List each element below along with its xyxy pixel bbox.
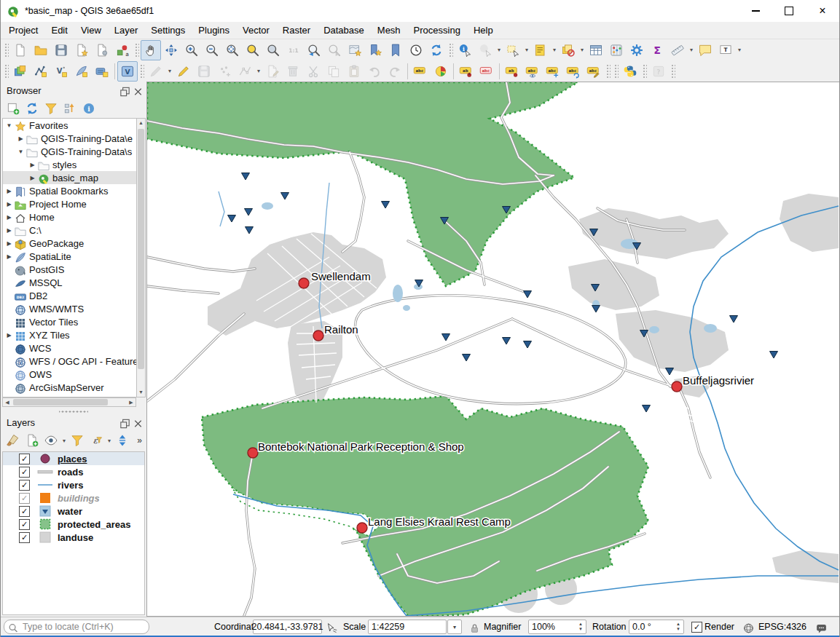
browser-item-styles[interactable]: ▶styles [3, 158, 136, 171]
browser-item-geopackage[interactable]: ▶GeoPackage [3, 237, 136, 250]
browser-item-mssql[interactable]: MSSQL [3, 276, 136, 289]
browser-item-qgis-training-data-e[interactable]: ▶QGIS-Training-Data\e [3, 132, 136, 145]
expander-open-icon[interactable]: ▼ [4, 122, 14, 129]
scale-dropdown-button[interactable]: ▾ [447, 620, 462, 634]
layer-item-rivers[interactable]: ✓rivers [3, 478, 144, 491]
new-project-button[interactable] [10, 40, 31, 60]
python-console-button[interactable] [620, 61, 640, 82]
toolbar-grip[interactable] [642, 63, 647, 79]
manage-map-themes-button[interactable] [42, 431, 60, 450]
filter-by-expression-dropdown[interactable]: ▾ [106, 438, 113, 444]
browser-properties-button[interactable]: i [79, 99, 98, 118]
toolbar-grip[interactable] [139, 63, 144, 79]
text-annotation-dropdown[interactable]: ▾ [736, 47, 743, 53]
open-project-button[interactable] [31, 40, 51, 60]
toolbar-grip[interactable] [448, 42, 453, 58]
new-shapefile-layer-button[interactable]: V [51, 61, 71, 82]
add-vector-layer-button[interactable] [31, 61, 51, 82]
menu-processing[interactable]: Processing [407, 23, 467, 38]
layer-item-buildings[interactable]: ✓buildings [3, 491, 144, 505]
move-label-button[interactable]: abc [543, 61, 563, 82]
rotation-spinbox[interactable]: 0.0 ° ▲▼ [629, 620, 684, 634]
deselect-all-button[interactable] [558, 40, 578, 60]
map-tips-button[interactable] [695, 40, 715, 60]
processing-toolbox-button[interactable] [627, 40, 647, 60]
layer-checkbox-rivers[interactable]: ✓ [19, 480, 30, 491]
expander-closed-icon[interactable]: ▶ [16, 135, 25, 142]
highlight-pinned-labels-button[interactable]: abc [476, 61, 497, 82]
scroll-left-icon[interactable]: ◀ [3, 398, 12, 406]
panel-splitter[interactable] [59, 408, 88, 414]
pin-unpin-labels-button[interactable]: ab [502, 61, 522, 82]
toolbar-grip[interactable] [134, 42, 139, 58]
browser-item-spatial-bookmarks[interactable]: ▶Spatial Bookmarks [3, 184, 136, 197]
messages-button[interactable] [815, 620, 828, 634]
select-features-button[interactable] [503, 40, 523, 60]
layer-labeling-button[interactable]: abc [410, 61, 431, 82]
layer-checkbox-roads[interactable]: ✓ [19, 467, 30, 478]
new-print-layout-button[interactable] [71, 40, 92, 60]
browser-close-button[interactable] [132, 84, 144, 96]
expander-closed-icon[interactable]: ▶ [28, 162, 37, 168]
pan-map-button[interactable] [141, 40, 161, 60]
browser-item-project-home[interactable]: ▶Project Home [3, 197, 136, 210]
browser-item-arcgismapserver[interactable]: ArcGisMapServer [3, 381, 136, 394]
minimize-button[interactable] [739, 0, 772, 22]
new-geopackage-layer-button[interactable] [92, 61, 112, 82]
scroll-down-icon[interactable]: ▼ [137, 388, 145, 397]
expander-closed-icon[interactable]: ▶ [4, 201, 14, 207]
rotate-label-button[interactable]: abc [563, 61, 584, 82]
filter-browser-button[interactable] [42, 99, 60, 118]
expander-closed-icon[interactable]: ▶ [4, 253, 14, 260]
expander-closed-icon[interactable]: ▶ [4, 188, 14, 194]
open-layer-styling-button[interactable] [4, 431, 23, 450]
render-checkbox[interactable]: ✓ [691, 620, 702, 634]
style-manager-button[interactable]: a [112, 40, 133, 60]
close-button[interactable]: × [806, 0, 839, 22]
toolbar-grip[interactable] [4, 63, 9, 79]
pan-to-selection-button[interactable] [161, 40, 181, 60]
save-project-button[interactable] [51, 40, 71, 60]
zoom-in-button[interactable] [181, 40, 202, 60]
pin-labels-button[interactable]: ab [456, 61, 476, 82]
browser-float-button[interactable] [119, 84, 130, 96]
zoom-to-layer-button[interactable] [263, 40, 283, 60]
browser-item-xyz-tiles[interactable]: ▶XYZ Tiles [3, 328, 136, 341]
new-virtual-layer-button[interactable]: V [117, 61, 138, 82]
menu-mesh[interactable]: Mesh [371, 23, 407, 38]
measure-dropdown[interactable]: ▾ [688, 47, 695, 53]
browser-item-spatialite[interactable]: ▶SpatiaLite [3, 250, 136, 263]
layer-item-places[interactable]: ✓places [3, 452, 144, 465]
refresh-map-button[interactable] [426, 40, 447, 60]
menu-help[interactable]: Help [467, 23, 500, 38]
browser-item-c-[interactable]: ▶C:\ [3, 223, 136, 237]
field-calculator-button[interactable] [606, 40, 627, 60]
browser-item-wms-wmts[interactable]: WMS/WMTS [3, 302, 136, 315]
menu-project[interactable]: Project [2, 23, 44, 38]
refresh-browser-button[interactable] [23, 99, 42, 118]
magnifier-lock-button[interactable] [468, 620, 481, 634]
deselect-all-dropdown[interactable]: ▾ [578, 47, 586, 53]
new-spatial-bookmark-button[interactable] [365, 40, 385, 60]
select-features-dropdown[interactable]: ▾ [523, 47, 530, 53]
layer-item-water[interactable]: ✓water [3, 505, 144, 518]
spin-arrows-icon[interactable]: ▲▼ [676, 622, 680, 631]
zoom-full-button[interactable] [222, 40, 243, 60]
identify-features-button[interactable]: i [455, 40, 475, 60]
browser-item-favorites[interactable]: ▼Favorites [3, 119, 136, 132]
layers-close-button[interactable] [132, 416, 144, 428]
filter-by-expression-button[interactable]: ε [87, 431, 106, 450]
collapse-all-button[interactable] [60, 99, 79, 118]
zoom-last-button[interactable] [304, 40, 324, 60]
measure-button[interactable] [667, 40, 688, 60]
layers-toolbar-overflow[interactable]: » [137, 435, 142, 446]
add-group-button[interactable] [23, 431, 42, 450]
menu-layer[interactable]: Layer [108, 23, 145, 38]
maximize-button[interactable] [772, 0, 806, 22]
menu-plugins[interactable]: Plugins [192, 23, 236, 38]
change-label-button[interactable]: abc [584, 61, 604, 82]
new-map-view-button[interactable] [345, 40, 365, 60]
locate-input[interactable]: Type to locate (Ctrl+K) [4, 620, 149, 634]
show-hide-labels-button[interactable]: abc [522, 61, 543, 82]
layer-item-roads[interactable]: ✓roads [3, 465, 144, 478]
